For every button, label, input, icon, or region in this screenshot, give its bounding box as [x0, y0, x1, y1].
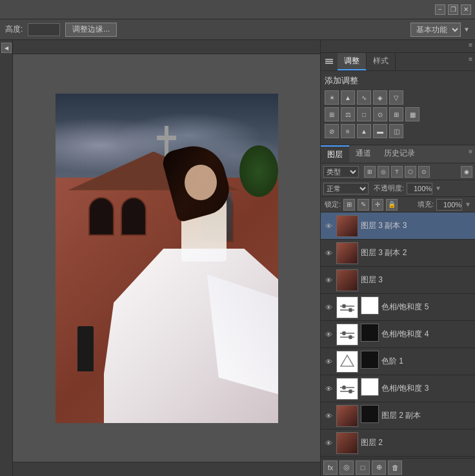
- layer-thumb-0: [336, 215, 358, 237]
- layer-eye-7[interactable]: 👁: [323, 411, 334, 421]
- vibrance-icon[interactable]: ▽: [389, 90, 403, 105]
- photo-background: [56, 94, 278, 423]
- layer-item-1[interactable]: 👁 图层 3 副本 2: [321, 240, 475, 267]
- layer-item-8[interactable]: 👁 图层 2: [321, 429, 475, 457]
- photo-canvas: [56, 94, 278, 423]
- workspace-select[interactable]: 基本功能: [410, 23, 461, 37]
- tab-style[interactable]: 样式: [367, 53, 396, 70]
- lock-image-icon[interactable]: ✎: [358, 199, 369, 211]
- layer-item-6[interactable]: 👁 色相/饱和度 3: [321, 375, 475, 402]
- workspace-expand-icon: ▼: [463, 26, 470, 33]
- filter-text-icon[interactable]: T: [391, 166, 403, 178]
- layer-thumb-6: [336, 378, 358, 400]
- tab-layers[interactable]: 图层: [321, 145, 349, 163]
- layer-eye-1[interactable]: 👁: [323, 248, 334, 258]
- right-top-bar: ≡: [321, 40, 475, 53]
- svg-point-6: [349, 308, 352, 312]
- fx-button[interactable]: fx: [323, 460, 338, 475]
- filter-smart-icon[interactable]: ⊙: [418, 166, 430, 178]
- layer-eye-0[interactable]: 👁: [323, 221, 334, 231]
- bw-icon[interactable]: □: [357, 107, 371, 121]
- layer-item-4[interactable]: 👁 色相/饱和度 4: [321, 321, 475, 348]
- color-lookup-icon[interactable]: ▦: [405, 107, 419, 121]
- layer-thumb-1: [336, 242, 358, 264]
- svg-point-15: [349, 389, 352, 393]
- church-window-left: [88, 197, 114, 236]
- lock-transparent-icon[interactable]: ⊞: [343, 199, 355, 211]
- panel-options-icon[interactable]: ≡: [466, 53, 475, 70]
- lock-position-icon[interactable]: ✛: [372, 199, 383, 211]
- filter-adj-icon[interactable]: ◎: [378, 166, 389, 178]
- layers-menu-icon[interactable]: ≡: [466, 145, 475, 163]
- layer-item-7[interactable]: 👁 图层 2 副本: [321, 402, 475, 429]
- layer-eye-3[interactable]: 👁: [323, 302, 334, 313]
- canvas-inner: [13, 40, 320, 476]
- tab-channels[interactable]: 通道: [349, 145, 378, 163]
- filter-shape-icon[interactable]: ⬡: [405, 166, 416, 178]
- channel-mixer-icon[interactable]: ⊞: [389, 107, 403, 121]
- exposure-icon[interactable]: ◈: [373, 90, 387, 105]
- type-filter-select[interactable]: 类型: [323, 166, 359, 178]
- create-layer-button[interactable]: ⊕: [372, 460, 386, 475]
- brightness-icon[interactable]: ☀: [325, 90, 339, 105]
- create-group-button[interactable]: □: [356, 460, 370, 475]
- bride-head: [185, 165, 217, 200]
- layer-item-2[interactable]: 👁 图层 3: [321, 267, 475, 294]
- canvas-area: ◀: [0, 40, 320, 476]
- layer-eye-4[interactable]: 👁: [323, 329, 334, 340]
- layer-name-2: 图层 3: [361, 274, 472, 285]
- right-panel-menu-icon[interactable]: ≡: [469, 41, 472, 51]
- svg-marker-11: [341, 355, 354, 366]
- adjust-edge-button[interactable]: 调整边缘...: [65, 23, 117, 37]
- collapse-left-icon[interactable]: ◀: [1, 43, 12, 53]
- layer-list[interactable]: 👁 图层 3 副本 3 👁 图层 3 副本 2 👁: [321, 212, 475, 458]
- fill-input[interactable]: [436, 199, 462, 211]
- invert-icon[interactable]: ⊘: [325, 124, 339, 138]
- height-input[interactable]: [28, 23, 60, 36]
- opacity-arrow[interactable]: ▼: [435, 185, 441, 192]
- fill-arrow[interactable]: ▼: [465, 201, 471, 208]
- svg-point-10: [349, 335, 352, 339]
- restore-button[interactable]: ❐: [448, 5, 458, 15]
- close-button[interactable]: ✕: [461, 5, 471, 15]
- layer-name-1: 图层 3 副本 2: [361, 247, 472, 258]
- layer-thumb-4: [336, 324, 358, 346]
- opacity-input[interactable]: [407, 183, 432, 194]
- tab-history[interactable]: 历史记录: [378, 145, 421, 163]
- layer-mask-7: [361, 405, 379, 423]
- layer-eye-2[interactable]: 👁: [323, 275, 334, 285]
- tree-foliage: [239, 145, 278, 197]
- layer-name-8: 图层 2: [361, 437, 472, 448]
- adjust-icons-row-1: ☀ ▲ ∿ ◈ ▽: [325, 90, 471, 105]
- levels-icon[interactable]: ▲: [341, 90, 355, 105]
- layer-item-0[interactable]: 👁 图层 3 副本 3: [321, 212, 475, 240]
- canvas-scroll-area[interactable]: [13, 54, 320, 462]
- layer-item-5[interactable]: 👁 色阶 1: [321, 348, 475, 375]
- filter-pixel-icon[interactable]: ⊞: [364, 166, 376, 178]
- color-balance-icon[interactable]: ⚖: [341, 107, 355, 121]
- filter-toggle-icon[interactable]: ◉: [461, 166, 472, 178]
- hue-sat-icon[interactable]: ⊞: [325, 107, 339, 121]
- tab-adjust[interactable]: 调整: [338, 53, 367, 70]
- window-title-bar: − ❐ ✕: [0, 0, 475, 19]
- gradient-map-icon[interactable]: ▬: [373, 124, 387, 138]
- posterize-icon[interactable]: ≡: [341, 124, 355, 138]
- threshold-icon[interactable]: ▲: [357, 124, 371, 138]
- layer-thumb-7: [336, 405, 358, 427]
- layer-eye-5[interactable]: 👁: [323, 357, 334, 367]
- layer-eye-8[interactable]: 👁: [323, 438, 334, 448]
- lock-all-icon[interactable]: 🔒: [386, 199, 398, 211]
- blend-mode-select[interactable]: 正常: [323, 183, 369, 194]
- layers-tabs: 图层 通道 历史记录 ≡: [321, 145, 475, 163]
- lock-row: 锁定: ⊞ ✎ ✛ 🔒 填充: ▼: [321, 197, 475, 212]
- photo-filter-icon[interactable]: ⊙: [373, 107, 387, 121]
- svg-rect-1: [325, 61, 333, 62]
- selective-color-icon[interactable]: ◫: [389, 124, 403, 138]
- curves-icon[interactable]: ∿: [357, 90, 371, 105]
- minimize-button[interactable]: −: [435, 5, 445, 15]
- layer-eye-6[interactable]: 👁: [323, 384, 334, 394]
- layer-item-3[interactable]: 👁 色相/饱和度 5: [321, 294, 475, 321]
- delete-layer-button[interactable]: 🗑: [388, 460, 402, 475]
- adjust-icons-row-3: ⊘ ≡ ▲ ▬ ◫: [325, 124, 471, 138]
- add-mask-button[interactable]: ◎: [339, 460, 354, 475]
